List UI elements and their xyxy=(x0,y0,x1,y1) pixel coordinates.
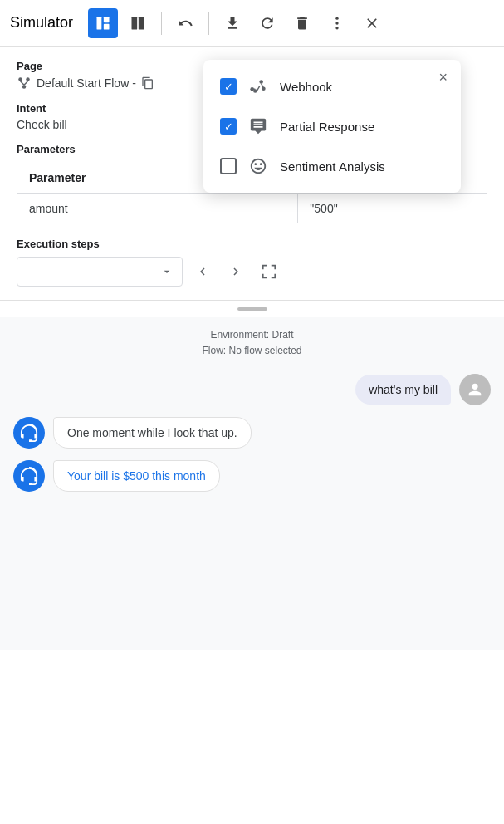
bot-bubble-2: Your bill is $500 this month xyxy=(53,460,220,492)
dropdown-item-webhook[interactable]: ✓ Webhook xyxy=(203,66,461,106)
chevron-left-icon xyxy=(195,264,210,279)
layout2-icon xyxy=(130,15,146,32)
svg-rect-2 xyxy=(104,23,110,29)
exec-controls xyxy=(17,257,487,287)
flow-icon xyxy=(17,76,32,91)
svg-rect-0 xyxy=(97,17,102,29)
svg-point-8 xyxy=(18,77,22,81)
svg-rect-1 xyxy=(104,17,110,22)
next-step-button[interactable] xyxy=(223,258,249,285)
close-button[interactable] xyxy=(357,8,387,38)
svg-point-6 xyxy=(335,22,338,24)
page-value: Default Start Flow - xyxy=(37,76,136,90)
separator-2 xyxy=(208,12,209,35)
resize-divider[interactable] xyxy=(0,300,504,317)
headset-icon-2 xyxy=(20,467,38,485)
partial-response-icon xyxy=(248,116,268,136)
more-icon xyxy=(329,15,345,32)
svg-point-10 xyxy=(22,85,27,89)
person-icon xyxy=(466,380,484,399)
sentiment-analysis-icon xyxy=(248,156,268,176)
more-options-button[interactable] xyxy=(322,8,352,38)
user-avatar xyxy=(459,374,491,405)
chevron-right-icon xyxy=(228,264,243,279)
param-name-1: amount xyxy=(17,194,298,224)
webhook-icon xyxy=(248,76,268,96)
prev-step-button[interactable] xyxy=(189,258,216,285)
layout1-icon xyxy=(95,15,111,32)
chat-section: Environment: Draft Flow: No flow selecte… xyxy=(0,317,504,650)
focus-target-button[interactable] xyxy=(256,258,282,285)
delete-icon xyxy=(294,15,311,32)
partial-response-checkbox[interactable]: ✓ xyxy=(220,118,237,135)
toolbar: Simulator xyxy=(0,0,504,47)
env-line1: Environment: Draft xyxy=(0,327,504,343)
param-value-1: "500" xyxy=(298,194,487,224)
bot-bubble-1: One moment while I look that up. xyxy=(53,417,252,449)
bot-message-row-1: One moment while I look that up. xyxy=(13,417,491,449)
separator-1 xyxy=(161,12,162,35)
env-info: Environment: Draft Flow: No flow selecte… xyxy=(0,317,504,365)
webhook-checkbox[interactable]: ✓ xyxy=(220,78,237,95)
drag-handle xyxy=(237,307,267,311)
target-icon xyxy=(260,262,278,281)
svg-point-14 xyxy=(259,80,263,84)
undo-button[interactable] xyxy=(170,8,200,38)
dropdown-overlay: × ✓ Webhook ✓ Partial Response xyxy=(203,60,461,193)
close-icon xyxy=(364,15,380,32)
webhook-label: Webhook xyxy=(280,80,332,94)
param-row-1: amount "500" xyxy=(17,194,487,224)
user-message-row: what's my bill xyxy=(13,374,491,405)
svg-point-15 xyxy=(250,87,254,91)
bot-avatar-1 xyxy=(13,417,45,449)
dropdown-item-partial-response[interactable]: ✓ Partial Response xyxy=(203,106,461,146)
layout-view-1-button[interactable] xyxy=(88,8,118,38)
svg-rect-3 xyxy=(132,17,138,29)
exec-dropdown[interactable] xyxy=(17,257,183,287)
user-bubble: what's my bill xyxy=(355,375,451,405)
download-icon xyxy=(224,15,241,32)
sentiment-analysis-label: Sentiment Analysis xyxy=(280,159,385,174)
bot-avatar-2 xyxy=(13,460,45,492)
bot-message-row-2: Your bill is $500 this month xyxy=(13,460,491,492)
svg-point-9 xyxy=(26,77,30,81)
svg-line-11 xyxy=(21,81,25,86)
headset-icon-1 xyxy=(20,424,38,442)
delete-button[interactable] xyxy=(287,8,317,38)
dropdown-item-sentiment-analysis[interactable]: Sentiment Analysis xyxy=(203,146,461,186)
svg-rect-4 xyxy=(139,17,144,29)
partial-response-label: Partial Response xyxy=(280,120,374,134)
app-title: Simulator xyxy=(10,14,73,32)
svg-point-5 xyxy=(335,17,338,19)
env-line2: Flow: No flow selected xyxy=(0,343,504,359)
svg-line-12 xyxy=(24,81,28,86)
svg-point-7 xyxy=(335,27,338,29)
chevron-down-icon xyxy=(160,265,174,278)
download-button[interactable] xyxy=(218,8,247,38)
dropdown-close-button[interactable]: × xyxy=(435,66,451,88)
chat-messages: what's my bill One moment while I look t… xyxy=(0,365,504,500)
undo-icon xyxy=(177,15,193,32)
refresh-button[interactable] xyxy=(252,8,282,38)
layout-view-2-button[interactable] xyxy=(123,8,153,38)
refresh-icon xyxy=(259,15,276,32)
sentiment-analysis-checkbox[interactable] xyxy=(220,158,237,174)
exec-steps-label: Execution steps xyxy=(17,238,487,250)
page-copy-icon[interactable] xyxy=(141,76,154,90)
svg-point-16 xyxy=(262,86,266,91)
